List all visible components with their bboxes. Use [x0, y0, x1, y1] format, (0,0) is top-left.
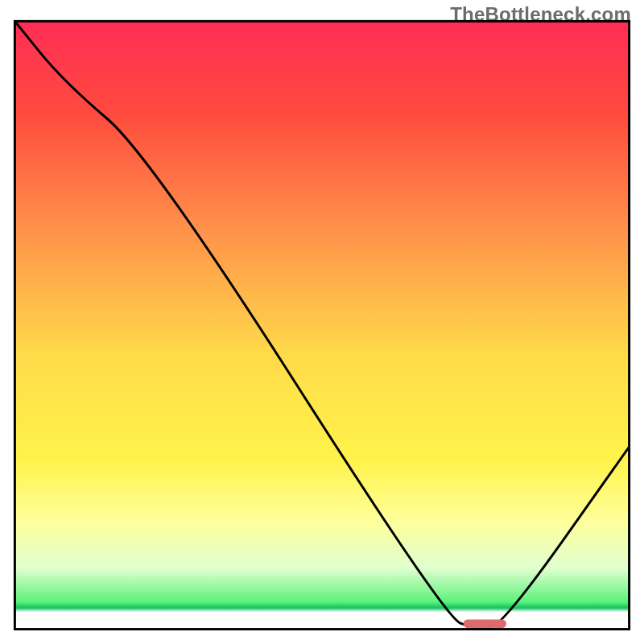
chart-svg	[0, 0, 644, 644]
target-range-marker	[464, 620, 506, 629]
gradient-background	[14, 21, 629, 629]
chart-container: TheBottleneck.com	[0, 0, 644, 644]
